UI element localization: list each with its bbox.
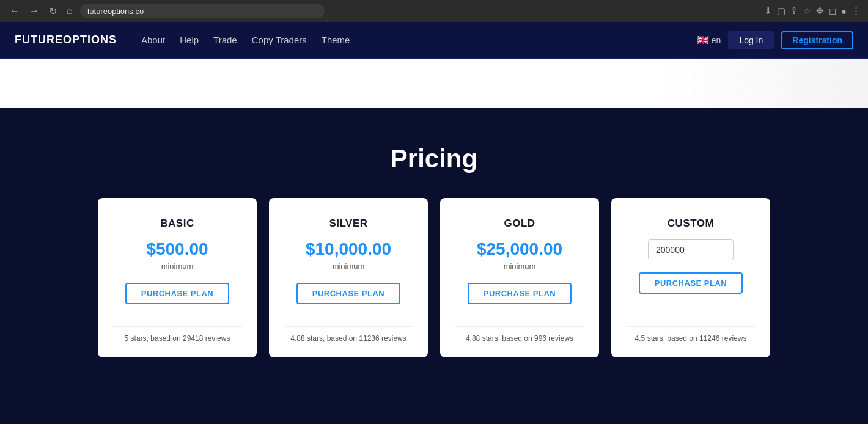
nav-link-about[interactable]: About xyxy=(141,35,165,45)
screenshot-icon[interactable]: ▢ xyxy=(777,5,785,16)
browser-action-icons: ⇓ ▢ ⇪ ☆ ✥ ◻ ● ⋮ xyxy=(764,5,861,16)
pricing-card-gold: GOLD $25,000.00 minimum PURCHASE PLAN 4.… xyxy=(440,198,599,357)
plan-minimum-silver: minimum xyxy=(333,261,365,271)
extensions-icon[interactable]: ✥ xyxy=(816,5,824,16)
reload-button[interactable]: ↻ xyxy=(46,4,59,18)
plan-reviews-gold: 4.88 stars, based on 996 reviews xyxy=(455,326,584,343)
nav-links: About Help Trade Copy Traders Theme xyxy=(141,35,697,45)
forward-button[interactable]: → xyxy=(27,4,42,18)
bookmark-icon[interactable]: ☆ xyxy=(803,5,811,16)
download-icon[interactable]: ⇓ xyxy=(764,5,772,16)
nav-link-trade[interactable]: Trade xyxy=(213,35,237,45)
plan-reviews-basic: 5 stars, based on 29418 reviews xyxy=(112,326,242,343)
plan-name-silver: SILVER xyxy=(329,217,367,230)
plan-reviews-custom: 4.5 stars, based on 11246 reviews xyxy=(626,326,756,343)
lang-label: en xyxy=(712,35,721,45)
purchase-btn-gold[interactable]: PURCHASE PLAN xyxy=(468,283,572,304)
purchase-btn-basic[interactable]: PURCHASE PLAN xyxy=(125,283,229,304)
plan-price-silver: $10,000.00 xyxy=(306,239,391,259)
language-button[interactable]: 🇬🇧 en xyxy=(697,34,721,46)
profile-icon[interactable]: ● xyxy=(841,6,847,16)
purchase-btn-custom[interactable]: PURCHASE PLAN xyxy=(639,272,743,294)
home-button[interactable]: ⌂ xyxy=(64,4,75,18)
pricing-card-custom: CUSTOM PURCHASE PLAN 4.5 stars, based on… xyxy=(611,198,770,357)
nav-link-theme[interactable]: Theme xyxy=(322,35,350,45)
brand-logo: FUTUREOPTIONS xyxy=(15,34,117,46)
share-icon[interactable]: ⇪ xyxy=(790,5,798,16)
nav-link-copy-traders[interactable]: Copy Traders xyxy=(252,35,307,45)
hero-strip-overlay xyxy=(660,59,868,108)
plan-name-basic: BASIC xyxy=(160,217,194,230)
pricing-card-basic: BASIC $500.00 minimum PURCHASE PLAN 5 st… xyxy=(98,198,257,357)
nav-right: 🇬🇧 en Log In Registration xyxy=(697,31,853,49)
pricing-card-silver: SILVER $10,000.00 minimum PURCHASE PLAN … xyxy=(269,198,428,357)
flag-icon: 🇬🇧 xyxy=(697,34,709,46)
pricing-cards-row: BASIC $500.00 minimum PURCHASE PLAN 5 st… xyxy=(12,198,856,357)
address-bar[interactable] xyxy=(80,4,325,18)
main-content: Pricing BASIC $500.00 minimum PURCHASE P… xyxy=(0,108,868,394)
nav-link-help[interactable]: Help xyxy=(180,35,199,45)
plan-minimum-gold: minimum xyxy=(504,261,536,271)
menu-icon[interactable]: ⋮ xyxy=(851,5,861,16)
register-button[interactable]: Registration xyxy=(781,31,853,49)
plan-name-gold: GOLD xyxy=(504,217,535,230)
back-button[interactable]: ← xyxy=(7,4,22,18)
plan-price-gold: $25,000.00 xyxy=(477,239,562,259)
browser-chrome: ← → ↻ ⌂ ⇓ ▢ ⇪ ☆ ✥ ◻ ● ⋮ xyxy=(0,0,868,22)
plan-reviews-silver: 4.88 stars, based on 11236 reviews xyxy=(284,326,413,343)
custom-amount-input[interactable] xyxy=(648,239,734,260)
hero-strip xyxy=(0,59,868,108)
plan-price-basic: $500.00 xyxy=(146,239,208,259)
purchase-btn-silver[interactable]: PURCHASE PLAN xyxy=(296,283,400,304)
login-button[interactable]: Log In xyxy=(728,31,774,49)
pricing-title: Pricing xyxy=(12,144,856,174)
plan-minimum-basic: minimum xyxy=(161,261,194,271)
window-icon[interactable]: ◻ xyxy=(829,5,836,16)
plan-name-custom: CUSTOM xyxy=(668,217,714,230)
navbar: FUTUREOPTIONS About Help Trade Copy Trad… xyxy=(0,22,868,59)
